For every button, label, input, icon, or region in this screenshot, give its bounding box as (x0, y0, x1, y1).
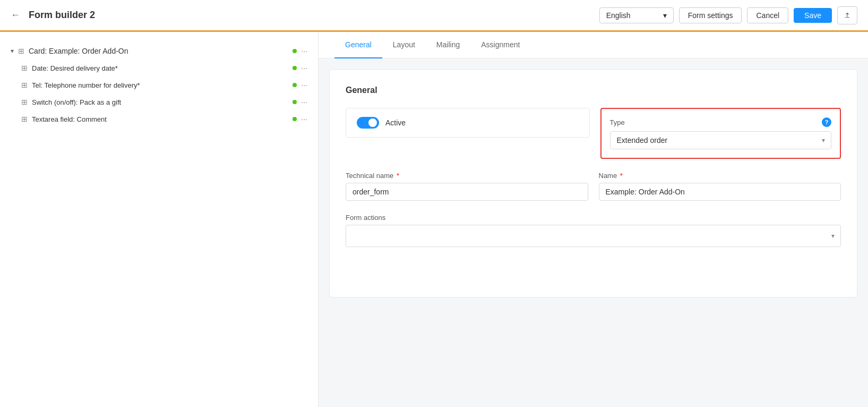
cancel-button[interactable]: Cancel (747, 7, 788, 23)
technical-name-input[interactable] (346, 183, 588, 201)
date-field-icon: ⊞ (21, 64, 28, 72)
switch-field-icon: ⊞ (21, 98, 28, 106)
more-icon[interactable]: ··· (301, 98, 307, 106)
form-settings-button[interactable]: Form settings (679, 7, 742, 23)
sidebar: ▾ ⊞ Card: Example: Order Add-On ··· ⊞ Da… (0, 32, 319, 407)
more-icon[interactable]: ··· (301, 115, 307, 123)
name-group: Name * (599, 172, 841, 201)
name-label: Name * (599, 172, 841, 180)
status-dot (293, 117, 297, 121)
toggle-icon: ▾ (11, 47, 14, 55)
type-select[interactable]: Extended order Simple order Custom (610, 131, 832, 149)
status-dot (293, 83, 297, 87)
status-dot (293, 66, 297, 70)
main-layout: ▾ ⊞ Card: Example: Order Add-On ··· ⊞ Da… (0, 32, 868, 407)
upload-icon (844, 11, 850, 20)
form-actions-select[interactable] (346, 225, 841, 247)
back-button[interactable]: ← (11, 10, 20, 21)
more-icon[interactable]: ··· (301, 64, 307, 72)
type-label: Type (610, 118, 625, 126)
tab-assignment[interactable]: Assignment (470, 32, 530, 58)
form-actions-label: Form actions (346, 214, 841, 222)
active-toggle[interactable] (357, 117, 379, 129)
textarea-field-icon: ⊞ (21, 115, 28, 123)
card-icon: ⊞ (18, 47, 24, 55)
technical-name-group: Technical name * (346, 172, 588, 201)
sidebar-root-label: Card: Example: Order Add-On (29, 47, 288, 55)
sidebar-item-switch[interactable]: ⊞ Switch (on/off): Pack as a gift ··· (0, 94, 318, 111)
tab-mailing[interactable]: Mailing (426, 32, 470, 58)
content-area: General Layout Mailing Assignment Genera… (319, 32, 868, 407)
tel-field-icon: ⊞ (21, 81, 28, 89)
page-title: Form builder 2 (29, 10, 95, 21)
header-right: English ▾ Form settings Cancel Save (599, 6, 857, 24)
chevron-down-icon: ▾ (663, 11, 667, 20)
upload-button[interactable] (837, 6, 857, 24)
form-row-actions: Form actions ▾ (346, 214, 841, 247)
sidebar-item-root[interactable]: ▾ ⊞ Card: Example: Order Add-On ··· (0, 43, 318, 60)
technical-name-label: Technical name * (346, 172, 588, 180)
form-actions-group: Form actions ▾ (346, 214, 841, 247)
language-label: English (606, 11, 631, 20)
language-selector[interactable]: English ▾ (599, 7, 674, 23)
panel-spacer (346, 260, 841, 281)
save-button[interactable]: Save (794, 8, 832, 23)
sidebar-item-tel[interactable]: ⊞ Tel: Telephone number for delivery* ··… (0, 77, 318, 94)
form-row-names: Technical name * Name * (346, 172, 841, 201)
sidebar-item-textarea[interactable]: ⊞ Textarea field: Comment ··· (0, 111, 318, 128)
more-icon[interactable]: ··· (301, 81, 307, 89)
type-field: Type ? Extended order Simple order Custo… (600, 108, 841, 159)
general-panel: General Active Type ? Extended or (329, 69, 857, 298)
tab-layout[interactable]: Layout (382, 32, 426, 58)
sidebar-tel-label: Tel: Telephone number for delivery* (32, 81, 288, 89)
more-icon[interactable]: ··· (301, 47, 307, 55)
app-header: ← Form builder 2 English ▾ Form settings… (0, 0, 868, 32)
active-field: Active (346, 108, 590, 138)
sidebar-switch-label: Switch (on/off): Pack as a gift (32, 98, 288, 106)
tabs-bar: General Layout Mailing Assignment (319, 32, 868, 58)
status-dot (293, 100, 297, 104)
active-label: Active (385, 118, 406, 127)
help-icon[interactable]: ? (822, 117, 831, 127)
type-select-wrapper: Extended order Simple order Custom ▾ (610, 131, 832, 149)
header-left: ← Form builder 2 (11, 10, 95, 21)
name-input[interactable] (599, 183, 841, 201)
tab-general[interactable]: General (334, 32, 382, 58)
status-dot (293, 49, 297, 53)
panel-title: General (346, 86, 841, 95)
form-actions-select-wrapper: ▾ (346, 225, 841, 247)
sidebar-date-label: Date: Desired delivery date* (32, 64, 288, 72)
sidebar-textarea-label: Textarea field: Comment (32, 115, 288, 123)
sidebar-item-date[interactable]: ⊞ Date: Desired delivery date* ··· (0, 60, 318, 77)
type-label-row: Type ? (610, 117, 832, 127)
form-row-active-type: Active Type ? Extended order Simple orde… (346, 108, 841, 159)
